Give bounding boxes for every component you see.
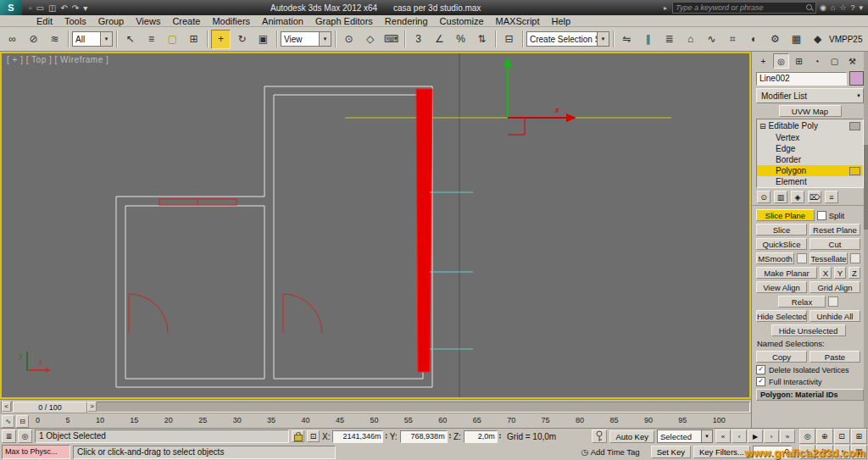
unlink-selection-icon[interactable]: ⊘ xyxy=(24,30,43,49)
view-align-button[interactable]: View Align xyxy=(756,281,807,293)
select-and-scale-icon[interactable]: ▣ xyxy=(253,30,273,49)
schematic-view-icon[interactable]: ⌗ xyxy=(723,30,743,49)
panel-scrollbar-thumb[interactable] xyxy=(864,145,868,230)
menu-maxscript[interactable]: MAXScript xyxy=(490,15,546,27)
paste-button[interactable]: Paste xyxy=(810,351,860,363)
keyboard-shortcut-override-icon[interactable]: ⌨ xyxy=(381,30,401,49)
search-input[interactable] xyxy=(673,3,806,12)
stack-item-element[interactable]: Element xyxy=(757,176,863,187)
tab-display[interactable]: ▢ xyxy=(826,53,843,69)
zoom-region-button[interactable]: ⊞ xyxy=(851,429,867,444)
menu-modifiers[interactable]: Modifiers xyxy=(206,15,256,27)
select-by-name-icon[interactable]: ≡ xyxy=(142,30,161,49)
track-bar-filter-icon[interactable]: ⊟ xyxy=(16,415,29,428)
redo-icon[interactable]: ↷ xyxy=(72,3,79,13)
door-arc-right[interactable] xyxy=(283,294,322,333)
angle-snap-icon[interactable]: ∠ xyxy=(430,30,449,49)
rollout-header-polygon-material-ids[interactable]: Polygon: Material IDs xyxy=(756,389,864,401)
select-and-move-icon[interactable]: + xyxy=(211,30,231,49)
edit-named-selection-sets-icon[interactable]: ⊟ xyxy=(499,30,519,49)
curve-editor-icon[interactable]: ∿ xyxy=(702,30,721,49)
panel-scrollbar[interactable] xyxy=(864,52,868,428)
sign-in-icon[interactable]: ◉ xyxy=(820,3,826,12)
stack-item-border[interactable]: Border xyxy=(757,154,863,165)
mirror-icon[interactable]: ⇋ xyxy=(617,30,637,49)
menu-graph-editors[interactable]: Graph Editors xyxy=(309,15,379,27)
open-mini-curve-editor-icon[interactable]: ∿ xyxy=(2,415,14,428)
make-planar-z-button[interactable]: Z xyxy=(849,267,860,279)
select-object-icon[interactable]: ↖ xyxy=(120,30,140,49)
track-bar[interactable]: ∿⊟ 0510152025303540455055606570758085909… xyxy=(0,413,751,429)
make-planar-x-button[interactable]: X xyxy=(820,267,832,279)
stack-item-vertex[interactable]: Vertex xyxy=(757,132,863,143)
cut-button[interactable]: Cut xyxy=(810,238,860,250)
selected-mode-dropdown[interactable]: Selected ▼ xyxy=(657,430,713,443)
infocenter-arrow-icon[interactable]: ▸ xyxy=(664,4,667,12)
time-slider-track[interactable] xyxy=(1,402,750,413)
split-checkbox[interactable]: Split xyxy=(817,211,860,220)
make-planar-button[interactable]: Make Planar xyxy=(756,267,817,279)
spinner-snap-icon[interactable]: ⇅ xyxy=(472,30,492,49)
x-spinner[interactable]: ▴▾ xyxy=(385,433,387,441)
communication-center-icon[interactable]: ⌂ xyxy=(831,3,835,12)
graphite-ribbon-icon[interactable]: ⌂ xyxy=(681,30,700,49)
viewport-label[interactable]: [ + ] [ Top ] [ Wireframe ] xyxy=(7,55,108,64)
object-name-field[interactable]: Line002 xyxy=(756,72,847,86)
z-coordinate-field[interactable]: 2,0m xyxy=(464,430,498,443)
previous-frame-button[interactable]: ‹ xyxy=(732,430,747,443)
menu-customize[interactable]: Customize xyxy=(434,15,490,27)
menu-rendering[interactable]: Rendering xyxy=(379,15,434,27)
wall-outline-left-room[interactable] xyxy=(125,206,264,379)
maxscript-listener-icon[interactable]: ≣ xyxy=(2,430,16,443)
bind-to-space-warp-icon[interactable]: ≋ xyxy=(45,30,64,49)
layer-manager-icon[interactable]: ≣ xyxy=(659,30,679,49)
auto-key-button[interactable]: Auto Key xyxy=(609,430,654,443)
tab-utilities[interactable]: ⚒ xyxy=(844,53,860,69)
named-selection-sets-dropdown[interactable]: Create Selection Se▼ xyxy=(526,31,609,47)
x-coordinate-field[interactable]: 2141,346m xyxy=(332,430,383,443)
set-key-button[interactable]: Set Key xyxy=(651,446,691,458)
grid-align-button[interactable]: Grid Align xyxy=(810,281,860,293)
selection-filter-dropdown[interactable]: All▼ xyxy=(72,31,113,47)
selected-polygon[interactable] xyxy=(416,89,432,372)
reference-coordinate-system-dropdown[interactable]: View▼ xyxy=(281,31,331,47)
show-end-result-icon[interactable]: ▥ xyxy=(774,191,787,203)
tessellate-button[interactable]: Tessellate xyxy=(810,252,848,264)
tab-hierarchy[interactable]: ⊞ xyxy=(791,53,807,69)
percent-snap-icon[interactable]: % xyxy=(451,30,470,49)
menu-create[interactable]: Create xyxy=(166,15,206,27)
relax-button[interactable]: Relax xyxy=(778,296,826,308)
add-time-tag[interactable]: ◷ Add Time Tag xyxy=(581,447,639,457)
relax-settings-button[interactable] xyxy=(828,297,838,307)
undo-icon[interactable]: ↶ xyxy=(60,3,67,13)
viewport-top[interactable]: x x y [ + ] [ Top ] [ Wireframe ] xyxy=(0,52,751,399)
select-and-link-icon[interactable]: ∞ xyxy=(3,30,22,49)
previous-frame-arrow-button[interactable]: < xyxy=(2,402,11,412)
infocenter-menu-icon[interactable]: ▾ xyxy=(859,3,863,12)
app-logo-icon[interactable]: S xyxy=(0,0,22,15)
slice-button[interactable]: Slice xyxy=(756,224,807,236)
tab-create[interactable]: + xyxy=(755,53,771,69)
full-interactivity-checkbox[interactable]: ✓ Full Interactivity xyxy=(756,377,860,386)
reset-plane-button[interactable]: Reset Plane xyxy=(810,224,860,236)
msmooth-button[interactable]: MSmooth xyxy=(756,252,794,264)
material-editor-icon[interactable]: ◐ xyxy=(744,30,764,49)
menu-animation[interactable]: Animation xyxy=(256,15,309,27)
uvw-map-button[interactable]: UVW Map xyxy=(779,105,842,117)
door-arc-left[interactable] xyxy=(129,294,168,333)
configure-modifier-sets-icon[interactable]: ≡ xyxy=(825,191,838,203)
help-icon[interactable]: ? xyxy=(850,3,854,12)
hide-unselected-button[interactable]: Hide Unselected xyxy=(771,324,846,336)
go-to-start-button[interactable]: « xyxy=(715,430,731,443)
z-spinner[interactable]: ▴▾ xyxy=(499,433,501,441)
key-filters-button[interactable]: Key Filters... xyxy=(693,446,750,458)
maxscript-mini-listener[interactable]: Max to Physc... xyxy=(2,445,70,459)
y-spinner[interactable]: ▴▾ xyxy=(449,433,451,441)
menu-group[interactable]: Group xyxy=(92,15,131,27)
next-frame-arrow-button[interactable]: > xyxy=(87,402,97,412)
make-planar-y-button[interactable]: Y xyxy=(834,267,846,279)
use-pivot-point-center-icon[interactable]: ⊙ xyxy=(339,30,359,49)
time-slider-handle[interactable]: 0 / 100 xyxy=(13,402,87,413)
align-icon[interactable]: ∥ xyxy=(638,30,658,49)
selection-lock-toggle[interactable] xyxy=(292,430,304,442)
